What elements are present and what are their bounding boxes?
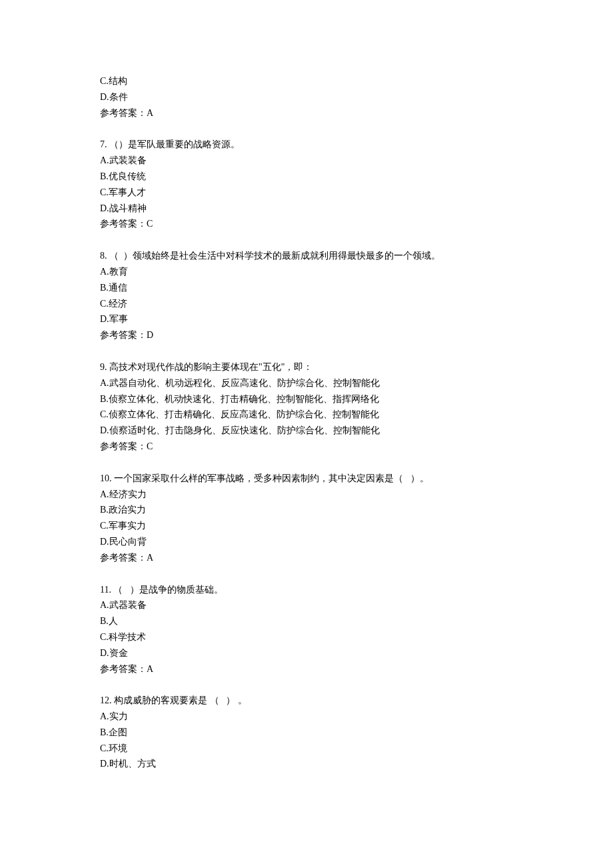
answer-text: 参考答案：A	[100, 661, 513, 677]
option-text: C.军事实力	[100, 518, 513, 534]
answer-text: 参考答案：C	[100, 216, 513, 232]
option-text: A.武器自动化、机动远程化、反应高速化、防护综合化、控制智能化	[100, 375, 513, 391]
option-text: B.企图	[100, 725, 513, 741]
option-text: A.经济实力	[100, 487, 513, 503]
question-block-7: 7. （）是军队最重要的战略资源。 A.武装装备 B.优良传统 C.军事人才 D…	[100, 137, 513, 232]
question-stem: 10. 一个国家采取什么样的军事战略，受多种因素制约，其中决定因素是（ ）。	[100, 471, 513, 487]
option-text: D.军事	[100, 311, 513, 327]
option-text: C.结构	[100, 73, 513, 89]
option-text: D.民心向背	[100, 534, 513, 550]
question-block-8: 8. （ ）领域始终是社会生活中对科学技术的最新成就利用得最快最多的一个领域。 …	[100, 248, 513, 343]
question-stem: 11. （ ）是战争的物质基础。	[100, 582, 513, 598]
answer-text: 参考答案：A	[100, 550, 513, 566]
option-text: C.军事人才	[100, 185, 513, 201]
option-text: C.科学技术	[100, 629, 513, 645]
question-block-12: 12. 构成威胁的客观要素是 （ ） 。 A.实力 B.企图 C.环境 D.时机…	[100, 693, 513, 772]
option-text: A.武装装备	[100, 153, 513, 169]
option-text: D.侦察适时化、打击隐身化、反应快速化、防护综合化、控制智能化	[100, 423, 513, 439]
option-text: D.战斗精神	[100, 201, 513, 217]
question-stem: 12. 构成威胁的客观要素是 （ ） 。	[100, 693, 513, 709]
option-text: C.环境	[100, 741, 513, 757]
document-page: C.结构 D.条件 参考答案：A 7. （）是军队最重要的战略资源。 A.武装装…	[0, 0, 613, 868]
option-text: B.政治实力	[100, 502, 513, 518]
answer-text: 参考答案：A	[100, 105, 513, 121]
option-text: A.教育	[100, 264, 513, 280]
answer-text: 参考答案：D	[100, 327, 513, 343]
option-text: B.人	[100, 613, 513, 629]
question-block-9: 9. 高技术对现代作战的影响主要体现在"五化"，即： A.武器自动化、机动远程化…	[100, 359, 513, 455]
question-block-11: 11. （ ）是战争的物质基础。 A.武器装备 B.人 C.科学技术 D.资金 …	[100, 582, 513, 677]
partial-question-block: C.结构 D.条件 参考答案：A	[100, 73, 513, 121]
question-block-10: 10. 一个国家采取什么样的军事战略，受多种因素制约，其中决定因素是（ ）。 A…	[100, 471, 513, 566]
option-text: D.时机、方式	[100, 756, 513, 772]
option-text: B.优良传统	[100, 169, 513, 185]
option-text: A.实力	[100, 709, 513, 725]
question-stem: 9. 高技术对现代作战的影响主要体现在"五化"，即：	[100, 359, 513, 375]
answer-text: 参考答案：C	[100, 439, 513, 455]
option-text: D.资金	[100, 645, 513, 661]
question-stem: 7. （）是军队最重要的战略资源。	[100, 137, 513, 153]
option-text: C.经济	[100, 296, 513, 312]
option-text: A.武器装备	[100, 597, 513, 613]
option-text: D.条件	[100, 89, 513, 105]
option-text: B.侦察立体化、机动快速化、打击精确化、控制智能化、指挥网络化	[100, 391, 513, 407]
question-stem: 8. （ ）领域始终是社会生活中对科学技术的最新成就利用得最快最多的一个领域。	[100, 248, 513, 264]
option-text: B.通信	[100, 280, 513, 296]
option-text: C.侦察立体化、打击精确化、反应高速化、防护综合化、控制智能化	[100, 407, 513, 423]
